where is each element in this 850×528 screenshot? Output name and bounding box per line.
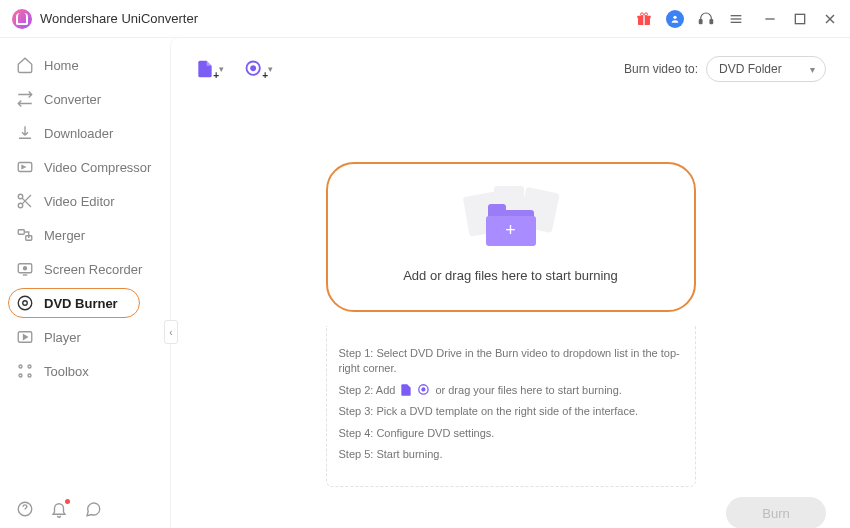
burn-video-to-select[interactable]: DVD Folder xyxy=(706,56,826,82)
titlebar-right xyxy=(636,10,838,28)
burn-video-to-label: Burn video to: xyxy=(624,62,698,76)
minimize-icon[interactable] xyxy=(762,11,778,27)
add-disc-icon xyxy=(417,383,431,397)
help-icon[interactable] xyxy=(16,500,34,518)
svg-point-26 xyxy=(28,365,31,368)
content: + Add or drag files here to start burnin… xyxy=(191,92,830,487)
gift-icon[interactable] xyxy=(636,11,652,27)
home-icon xyxy=(16,56,34,74)
menu-icon[interactable] xyxy=(728,11,744,27)
svg-point-16 xyxy=(18,194,23,199)
titlebar: Wondershare UniConverter xyxy=(0,0,850,38)
sidebar-item-label: Home xyxy=(44,58,79,73)
window-controls xyxy=(762,11,838,27)
play-icon xyxy=(16,328,34,346)
scissors-icon xyxy=(16,192,34,210)
feedback-icon[interactable] xyxy=(84,500,102,518)
svg-rect-2 xyxy=(643,15,644,24)
compressor-icon xyxy=(16,158,34,176)
plus-icon: + xyxy=(505,220,516,241)
burn-button[interactable]: Burn xyxy=(726,497,826,528)
merger-icon xyxy=(16,226,34,244)
chevron-down-icon: ▾ xyxy=(268,64,273,74)
converter-icon xyxy=(16,90,34,108)
user-account-icon[interactable] xyxy=(666,10,684,28)
collapse-sidebar-button[interactable]: ‹ xyxy=(164,320,178,344)
svg-point-3 xyxy=(641,12,644,15)
svg-point-31 xyxy=(251,66,255,70)
sidebar-item-label: Merger xyxy=(44,228,85,243)
sidebar-item-label: Player xyxy=(44,330,81,345)
dropzone-text: Add or drag files here to start burning xyxy=(403,268,618,283)
sidebar-item-player[interactable]: Player xyxy=(0,320,170,354)
svg-point-5 xyxy=(673,15,676,18)
maximize-icon[interactable] xyxy=(792,11,808,27)
svg-point-27 xyxy=(19,374,22,377)
svg-point-23 xyxy=(23,301,28,306)
disc-icon xyxy=(16,294,34,312)
sidebar-item-dvd-burner[interactable]: DVD Burner xyxy=(0,286,170,320)
sidebar-item-home[interactable]: Home xyxy=(0,48,170,82)
sidebar: Home Converter Downloader Video Compress… xyxy=(0,38,170,528)
support-headset-icon[interactable] xyxy=(698,11,714,27)
sidebar-item-label: Video Compressor xyxy=(44,160,151,175)
sidebar-item-label: DVD Burner xyxy=(44,296,118,311)
sidebar-item-label: Video Editor xyxy=(44,194,115,209)
step-4: Step 4: Configure DVD settings. xyxy=(339,426,683,441)
app-logo-icon xyxy=(12,9,32,29)
sidebar-item-label: Downloader xyxy=(44,126,113,141)
step-2: Step 2: Add or drag your files here to s… xyxy=(339,383,683,398)
main: + ▾ + ▾ Burn video to: DVD Folder xyxy=(170,38,850,528)
sidebar-item-compressor[interactable]: Video Compressor xyxy=(0,150,170,184)
svg-rect-7 xyxy=(710,19,713,23)
sidebar-item-label: Converter xyxy=(44,92,101,107)
svg-point-25 xyxy=(19,365,22,368)
sidebar-nav: Home Converter Downloader Video Compress… xyxy=(0,48,170,486)
sidebar-item-recorder[interactable]: Screen Recorder xyxy=(0,252,170,286)
app-title: Wondershare UniConverter xyxy=(40,11,198,26)
sidebar-item-converter[interactable]: Converter xyxy=(0,82,170,116)
step-3: Step 3: Pick a DVD template on the right… xyxy=(339,404,683,419)
svg-point-22 xyxy=(18,296,32,310)
main-toolbar: + ▾ + ▾ Burn video to: DVD Folder xyxy=(191,52,830,92)
step-1: Step 1: Select DVD Drive in the Burn vid… xyxy=(339,346,683,377)
toolbar-right: Burn video to: DVD Folder xyxy=(624,56,826,82)
sidebar-item-merger[interactable]: Merger xyxy=(0,218,170,252)
download-icon xyxy=(16,124,34,142)
sidebar-item-label: Toolbox xyxy=(44,364,89,379)
svg-rect-12 xyxy=(795,14,804,23)
sidebar-bottom xyxy=(16,500,102,518)
svg-rect-18 xyxy=(18,230,24,235)
toolbox-icon xyxy=(16,362,34,380)
steps-panel: Step 1: Select DVD Drive in the Burn vid… xyxy=(326,326,696,487)
add-disc-button[interactable]: + ▾ xyxy=(244,59,273,79)
recorder-icon xyxy=(16,260,34,278)
svg-rect-6 xyxy=(699,19,702,23)
svg-point-21 xyxy=(24,267,27,270)
add-file-button[interactable]: + ▾ xyxy=(195,59,224,79)
sidebar-item-toolbox[interactable]: Toolbox xyxy=(0,354,170,388)
select-value: DVD Folder xyxy=(719,62,782,76)
svg-point-17 xyxy=(18,203,23,208)
chevron-down-icon: ▾ xyxy=(219,64,224,74)
svg-point-4 xyxy=(645,12,648,15)
sidebar-item-editor[interactable]: Video Editor xyxy=(0,184,170,218)
step-5: Step 5: Start burning. xyxy=(339,447,683,462)
close-icon[interactable] xyxy=(822,11,838,27)
svg-point-28 xyxy=(28,374,31,377)
notification-bell-icon[interactable] xyxy=(50,500,68,518)
dropzone[interactable]: + Add or drag files here to start burnin… xyxy=(326,162,696,312)
sidebar-item-downloader[interactable]: Downloader xyxy=(0,116,170,150)
add-file-icon xyxy=(399,383,413,397)
sidebar-item-label: Screen Recorder xyxy=(44,262,142,277)
svg-point-33 xyxy=(422,388,425,391)
folder-illustration: + xyxy=(466,192,556,252)
container: Home Converter Downloader Video Compress… xyxy=(0,38,850,528)
footer: Burn xyxy=(191,487,830,528)
